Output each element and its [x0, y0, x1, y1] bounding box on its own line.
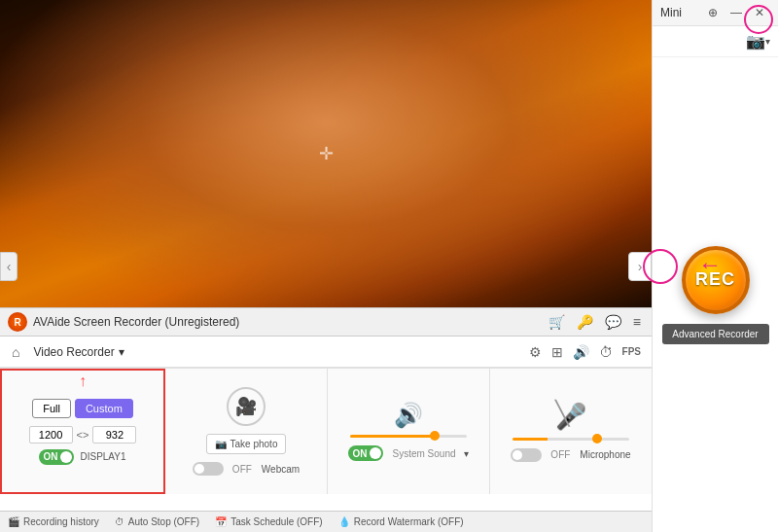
collapse-left-button[interactable]: ‹: [0, 252, 18, 281]
rec-label: REC: [695, 269, 735, 290]
watermark-icon: 💧: [338, 516, 350, 527]
recording-history-icon: 🎬: [8, 516, 19, 527]
display-toggle[interactable]: ON: [39, 449, 74, 465]
webcam-off-label: OFF: [232, 464, 252, 475]
camera-button[interactable]: 📷: [746, 32, 765, 51]
system-sound-slider[interactable]: [350, 435, 467, 438]
webcam-toggle[interactable]: [193, 462, 224, 476]
webcam-icon: 🎥: [227, 387, 265, 426]
app-container: ✛ ‹ ← Mini ⊕ — ✕ 📷 ▾ REC Advanced Record: [0, 0, 778, 532]
status-bar: 🎬 Recording history ⏱ Auto Stop (OFF) 📅 …: [0, 511, 652, 532]
take-photo-label: Take photo: [230, 439, 278, 449]
timer-icon[interactable]: ⏱: [596, 341, 616, 363]
app-logo: R: [8, 312, 27, 332]
width-input[interactable]: [29, 426, 73, 443]
video-content: ✛: [0, 0, 652, 307]
advanced-recorder-button[interactable]: Advanced Recorder: [662, 324, 769, 344]
rec-area: REC Advanced Recorder: [662, 57, 769, 532]
camera-small-icon: 📷: [215, 439, 227, 449]
display-label: DISPLAY1: [80, 451, 125, 462]
rec-button[interactable]: REC: [682, 246, 750, 314]
crosshair-icon: ✛: [316, 144, 336, 163]
fps-icon[interactable]: FPS: [619, 343, 644, 360]
microphone-label: Microphone: [580, 449, 630, 460]
up-arrow-indicator: ↑: [79, 372, 87, 390]
cart-icon[interactable]: 🛒: [546, 312, 568, 332]
task-schedule-label: Task Schedule (OFF): [230, 516, 322, 527]
system-sound-label: System Sound: [392, 448, 455, 459]
display-toggle-row: ON DISPLAY1: [39, 449, 125, 465]
audio-settings-icon[interactable]: 🔊: [570, 341, 592, 363]
toggle-on-label: ON: [43, 451, 57, 462]
menu-icon[interactable]: ≡: [630, 312, 644, 332]
microphone-icon: 🎤: [555, 402, 586, 432]
watermark-item[interactable]: 💧 Record Watermark (OFF): [338, 516, 464, 527]
size-buttons: Full Custom: [32, 399, 133, 418]
system-sound-toggle-row: ON System Sound ▾: [348, 445, 468, 461]
take-photo-button[interactable]: 📷 Take photo: [206, 434, 287, 454]
toolbar: ⌂ Video Recorder ▾ ⚙ ⊞ 🔊 ⏱ FPS: [0, 337, 652, 368]
recorder-type-label: Video Recorder: [33, 345, 114, 359]
system-sound-panel: 🔊 ON System Sound ▾: [328, 369, 490, 494]
recording-history-item[interactable]: 🎬 Recording history: [8, 516, 99, 527]
microphone-panel: 🎤 OFF Microphone: [490, 369, 652, 494]
resolution-row: <>: [29, 426, 137, 443]
system-sound-on-label: ON: [352, 448, 367, 459]
settings-icon[interactable]: ⚙: [526, 341, 545, 363]
webcam-toggle-row: OFF Webcam: [193, 462, 300, 476]
webcam-label: Webcam: [262, 464, 300, 475]
full-button[interactable]: Full: [32, 399, 71, 418]
microphone-slider[interactable]: [513, 438, 629, 441]
camera-area: 📷 ▾: [653, 26, 778, 57]
webcam-panel: 🎥 📷 Take photo OFF Webcam: [165, 369, 328, 494]
screen-share-icon[interactable]: ⊞: [548, 341, 566, 363]
video-preview: ✛: [0, 0, 652, 307]
camera-dropdown-icon[interactable]: ▾: [765, 36, 770, 47]
recording-area-panel: ↑ Full Custom <> ON DISPLAY1: [0, 369, 165, 494]
close-button[interactable]: ✕: [749, 4, 770, 21]
mic-off-label: OFF: [550, 449, 570, 460]
mini-label: Mini: [660, 6, 682, 19]
microphone-toggle-row: OFF Microphone: [511, 448, 630, 462]
recorder-type-selector[interactable]: Video Recorder ▾: [27, 343, 129, 361]
controls-area: ↑ Full Custom <> ON DISPLAY1 🎥 📷: [0, 368, 652, 494]
mini-bar: Mini ⊕ — ✕: [653, 0, 778, 26]
recorder-dropdown-icon: ▾: [119, 345, 124, 359]
system-sound-dropdown-arrow[interactable]: ▾: [464, 448, 469, 459]
window-controls: ⊕ — ✕: [702, 4, 770, 21]
microphone-toggle[interactable]: [511, 448, 542, 462]
resolution-separator: <>: [77, 429, 89, 441]
right-panel: Mini ⊕ — ✕ 📷 ▾ REC Advanced Recorder: [652, 0, 778, 532]
app-title: AVAide Screen Recorder (Unregistered): [33, 315, 546, 329]
auto-stop-label: Auto Stop (OFF): [128, 516, 199, 527]
logo-text: R: [14, 317, 20, 328]
auto-stop-item[interactable]: ⏱ Auto Stop (OFF): [115, 516, 199, 527]
collapse-right-button[interactable]: ›: [628, 252, 652, 281]
pin-button[interactable]: ⊕: [702, 4, 724, 21]
system-sound-toggle[interactable]: ON: [348, 445, 383, 461]
recording-history-label: Recording history: [23, 516, 99, 527]
task-schedule-icon: 📅: [215, 516, 227, 527]
system-sound-icon: 🔊: [394, 402, 423, 429]
watermark-label: Record Watermark (OFF): [354, 516, 464, 527]
key-icon[interactable]: 🔑: [574, 312, 596, 332]
title-bar: R AVAide Screen Recorder (Unregistered) …: [0, 307, 652, 337]
home-button[interactable]: ⌂: [8, 342, 23, 362]
auto-stop-icon: ⏱: [115, 516, 124, 527]
minimize-button[interactable]: —: [725, 4, 747, 21]
height-input[interactable]: [92, 426, 136, 443]
custom-button[interactable]: Custom: [75, 399, 133, 418]
chat-icon[interactable]: 💬: [602, 312, 624, 332]
title-icons: 🛒 🔑 💬 ≡: [546, 312, 644, 332]
task-schedule-item[interactable]: 📅 Task Schedule (OFF): [215, 516, 322, 527]
